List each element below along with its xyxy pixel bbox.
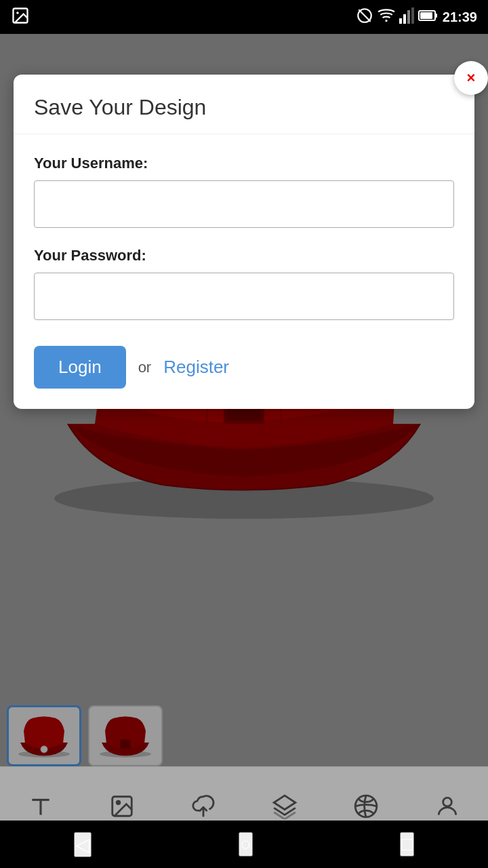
svg-rect-6 [403,14,406,24]
wifi-icon [378,7,395,27]
signal-icon [399,7,414,27]
password-field-group: Your Password: [34,247,454,339]
battery-icon [418,9,439,25]
password-input[interactable] [34,273,454,320]
password-label: Your Password: [34,247,454,264]
modal-title: Save Your Design [34,95,454,120]
modal-header: Save Your Design [14,75,474,134]
username-input[interactable] [34,180,454,228]
username-label: Your Username: [34,155,454,172]
svg-rect-11 [420,12,432,19]
svg-point-4 [385,20,387,22]
svg-rect-5 [399,18,402,24]
modal-close-button[interactable]: × [454,61,488,95]
or-text: or [138,359,152,376]
status-left-icons [11,6,30,28]
svg-rect-7 [407,10,410,24]
modal-body: Your Username: Your Password: Login or R… [14,134,474,409]
modal-overlay: × Save Your Design Your Username: Your P… [0,34,488,868]
svg-rect-8 [411,7,414,24]
close-icon: × [467,69,476,87]
login-button[interactable]: Login [34,346,126,389]
nav-home-button[interactable]: ○ [239,832,253,856]
svg-point-1 [16,12,19,14]
save-design-modal: × Save Your Design Your Username: Your P… [14,75,474,409]
status-bar: 21:39 [0,0,488,34]
status-time: 21:39 [443,9,477,25]
no-signal-icon [356,7,373,27]
system-nav-bar: ◁ ○ □ [0,821,488,868]
canvas-area: Add Text Add Art Upload [0,34,488,868]
svg-line-3 [359,9,370,21]
svg-rect-10 [435,14,437,18]
login-row: Login or Register [34,346,454,389]
image-icon [11,6,30,28]
register-link[interactable]: Register [163,357,229,378]
nav-back-button[interactable]: ◁ [74,832,92,857]
nav-recent-button[interactable]: □ [400,832,414,856]
status-right-icons: 21:39 [356,7,477,27]
username-field-group: Your Username: [34,155,454,247]
